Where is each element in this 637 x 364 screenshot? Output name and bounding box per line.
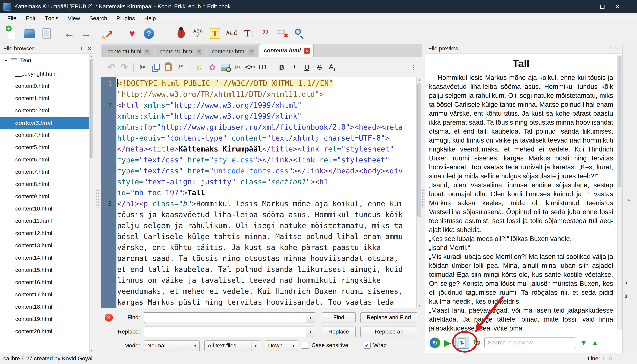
new-file-button[interactable]: + bbox=[5, 26, 20, 41]
check-book-button[interactable] bbox=[39, 26, 54, 41]
file-item[interactable]: content11.html bbox=[0, 215, 89, 227]
close-button[interactable]: ✕ bbox=[610, 0, 625, 13]
tab-close-icon[interactable]: ✕ bbox=[144, 48, 150, 54]
close-panel-icon[interactable]: ✕ bbox=[88, 46, 91, 51]
heading-style-button[interactable]: H1 bbox=[257, 61, 269, 74]
file-item[interactable]: content6.html bbox=[0, 154, 89, 166]
minimize-button[interactable]: – bbox=[579, 0, 594, 13]
file-item[interactable]: content18.html bbox=[0, 301, 89, 313]
insert-image-button[interactable] bbox=[219, 61, 231, 74]
replace-and-find-button[interactable]: Replace and Find bbox=[360, 312, 417, 323]
tab-content1.html[interactable]: content1.html✕ bbox=[155, 46, 206, 57]
maximize-button[interactable] bbox=[594, 0, 610, 13]
scroll-down-icon[interactable]: ▼ bbox=[417, 303, 422, 308]
insert-hyperlink-button[interactable]: ☺ bbox=[194, 61, 206, 74]
file-item[interactable]: content13.html bbox=[0, 239, 89, 252]
find-input[interactable] bbox=[144, 312, 305, 322]
spellcheck-button[interactable]: ABC✓ bbox=[191, 26, 205, 41]
tab-close-icon[interactable]: ✕ bbox=[196, 48, 202, 54]
back-button[interactable]: ← bbox=[62, 26, 77, 41]
collapse-arrow-icon[interactable]: ▸ bbox=[628, 197, 630, 203]
file-item[interactable]: content0.html bbox=[0, 80, 89, 92]
chevron-down-icon[interactable]: ▾ bbox=[306, 327, 315, 337]
insert-special-character-button[interactable]: ✿ bbox=[206, 61, 218, 74]
float-panel-icon[interactable] bbox=[610, 47, 613, 50]
code-editor[interactable]: 1<!DOCTYPE html PUBLIC "-//W3C//DTD XHTM… bbox=[101, 77, 422, 308]
goto-location-button[interactable]: ↗★ bbox=[102, 26, 116, 41]
italic-button[interactable]: I bbox=[288, 61, 300, 74]
replace-input[interactable] bbox=[144, 327, 305, 337]
replace-button[interactable]: Replace bbox=[322, 326, 356, 337]
forward-button[interactable]: → bbox=[79, 26, 94, 41]
menu-search[interactable]: Search bbox=[85, 13, 112, 24]
menu-file[interactable]: File bbox=[3, 13, 21, 24]
chevron-down-icon[interactable]: ▾ bbox=[306, 312, 315, 322]
file-item[interactable]: content19.html bbox=[0, 313, 89, 325]
save-button[interactable] bbox=[22, 26, 37, 41]
toolbar-overflow-button[interactable]: ⋮ bbox=[407, 61, 419, 74]
debug-button[interactable] bbox=[174, 26, 188, 41]
file-item[interactable]: content10.html bbox=[0, 202, 89, 215]
insert-comment-button[interactable]: /* bbox=[175, 61, 187, 74]
refresh-preview-button[interactable]: ↻ bbox=[473, 338, 481, 348]
chevron-down-icon[interactable]: ▼ bbox=[4, 58, 8, 63]
checkbox-box[interactable]: ✔ bbox=[364, 342, 371, 349]
insert-tag-button[interactable]: <>▾ bbox=[244, 61, 256, 74]
change-case-button[interactable]: T↑↓ bbox=[241, 26, 256, 41]
dock-tab-glyph[interactable]: à bbox=[624, 293, 627, 299]
check-external-links-button[interactable] bbox=[292, 26, 307, 41]
paste-button[interactable] bbox=[162, 61, 174, 74]
menu-view[interactable]: View bbox=[63, 13, 85, 24]
scrollbar-thumb[interactable] bbox=[618, 56, 621, 188]
file-item[interactable]: content20.html bbox=[0, 325, 89, 338]
direction-select[interactable]: Down ▾ bbox=[265, 340, 298, 351]
scrollbar-thumb[interactable] bbox=[417, 83, 421, 217]
file-item[interactable]: content17.html bbox=[0, 288, 89, 301]
preview-splitter[interactable] bbox=[422, 44, 425, 353]
tab-close-icon[interactable]: ✕ bbox=[248, 48, 254, 54]
undo-button[interactable]: ↶ bbox=[106, 61, 117, 74]
preview-scrollbar[interactable] bbox=[617, 55, 622, 330]
find-previous-button[interactable]: ▲ bbox=[591, 338, 598, 347]
subscript-button[interactable]: As bbox=[326, 61, 338, 74]
tab-content0.html[interactable]: content0.html✕ bbox=[103, 46, 154, 57]
bold-button[interactable]: B bbox=[276, 61, 288, 74]
underline-button[interactable]: U bbox=[301, 61, 313, 74]
cut-button[interactable]: ✂ bbox=[137, 61, 149, 74]
file-item[interactable]: content12.html bbox=[0, 227, 89, 239]
file-item[interactable]: content3.html bbox=[0, 117, 89, 129]
file-item[interactable]: content5.html bbox=[0, 141, 89, 154]
file-browser-scrollbar[interactable]: ▲ ▼ bbox=[89, 54, 94, 353]
redo-button[interactable]: ↷ bbox=[118, 61, 130, 74]
file-item[interactable]: content15.html bbox=[0, 264, 89, 276]
file-item[interactable]: content8.html bbox=[0, 178, 89, 190]
file-item[interactable]: content14.html bbox=[0, 252, 89, 264]
menu-edit[interactable]: Edit bbox=[21, 13, 40, 24]
checkbox-box[interactable] bbox=[302, 342, 309, 349]
file-item[interactable]: content16.html bbox=[0, 276, 89, 288]
file-item[interactable]: content2.html bbox=[0, 104, 89, 117]
strikethrough-button[interactable]: S bbox=[313, 61, 326, 74]
code-line[interactable]: 2<html xmlns="http://www.w3.org/1999/xht… bbox=[101, 100, 422, 198]
file-item[interactable]: content7.html bbox=[0, 166, 89, 178]
file-browser-splitter[interactable] bbox=[94, 44, 101, 353]
special-characters-button[interactable]: ÅŁČ bbox=[225, 26, 239, 41]
file-item[interactable]: content4.html bbox=[0, 129, 89, 141]
tab-close-icon[interactable]: ✕ bbox=[304, 48, 310, 54]
preview-search-input[interactable] bbox=[485, 338, 576, 348]
help-button[interactable]: ? bbox=[142, 26, 156, 41]
menu-help[interactable]: Help bbox=[140, 13, 161, 24]
find-next-button[interactable]: ▼ bbox=[580, 338, 587, 347]
scroll-up-icon[interactable]: ▲ bbox=[417, 77, 422, 82]
menu-tools[interactable]: Tools bbox=[40, 13, 63, 24]
case-sensitive-checkbox[interactable]: Case sensitive bbox=[302, 342, 348, 349]
split-file-button[interactable]: ✄ bbox=[232, 61, 243, 74]
donate-button[interactable]: ♥ bbox=[125, 26, 139, 41]
file-item[interactable]: content9.html bbox=[0, 190, 89, 202]
scroll-up-icon[interactable]: ▲ bbox=[90, 54, 94, 58]
find-button[interactable]: Find bbox=[322, 312, 356, 323]
preview-content[interactable]: Tall Hommikul lesis Markus mõne aja koik… bbox=[425, 54, 617, 332]
run-preview-button[interactable]: ▶ bbox=[444, 338, 451, 348]
mode-select[interactable]: Normal ▾ bbox=[144, 340, 200, 351]
code-line[interactable]: 1<!DOCTYPE html PUBLIC "-//W3C//DTD XHTM… bbox=[101, 78, 422, 100]
